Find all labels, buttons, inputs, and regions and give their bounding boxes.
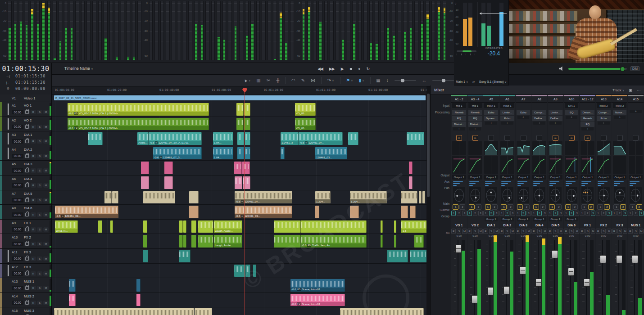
play-button[interactable]: ▶: [341, 67, 344, 71]
audio-clip[interactable]: [189, 206, 199, 218]
audio-clip[interactable]: [179, 220, 183, 233]
audio-clip[interactable]: [409, 176, 413, 189]
fader-handle[interactable]: [616, 255, 622, 263]
timeline-track-row[interactable]: -0.6∞120461_07...1.204...1.204...: [52, 190, 426, 205]
pan-control[interactable]: [566, 187, 578, 203]
main-2-button[interactable]: 2: [604, 204, 610, 210]
channel-id[interactable]: A13: [596, 95, 612, 103]
track-header-video[interactable]: V1Video 1: [0, 94, 51, 102]
audio-clip[interactable]: [409, 162, 413, 174]
track-header-a9[interactable]: A9FX 100.00RSM: [0, 220, 51, 234]
audio-clip[interactable]: -0.6FDScene, Intro-01: [290, 294, 345, 306]
effect-chip[interactable]: Limite...: [549, 110, 562, 115]
monitor-volume-slider[interactable]: [568, 68, 627, 70]
stereo-link-button[interactable]: ∞: [553, 135, 558, 141]
add-effect-button[interactable]: +: [598, 122, 610, 125]
record-button[interactable]: ●: [358, 67, 360, 71]
main-1-button[interactable]: 1: [597, 204, 603, 210]
track-volume-value[interactable]: 00.00: [12, 154, 23, 158]
output-assignment[interactable]: Output 1: [629, 175, 643, 180]
lock-icon[interactable]: [24, 125, 30, 129]
audio-clip[interactable]: [69, 294, 76, 306]
main-2-button[interactable]: 2: [556, 204, 562, 210]
track-volume-value[interactable]: 00.00: [12, 168, 23, 173]
audio-clip[interactable]: [143, 191, 175, 204]
eq-graph[interactable]: [532, 141, 546, 155]
mixer-options-icon[interactable]: ⋯: [637, 88, 640, 92]
audio-clip[interactable]: -0.6∞120461_03...: [235, 206, 292, 218]
submix-3-button[interactable]: 3: [462, 211, 467, 216]
output-assignment[interactable]: Output 1: [532, 175, 546, 180]
track-header-a2[interactable]: A2VO 200.00RSM: [0, 117, 51, 132]
timeline-zoom-slider[interactable]: [395, 80, 416, 81]
audio-clip[interactable]: [237, 132, 244, 145]
timeline-vscrollbar[interactable]: [426, 86, 430, 315]
aux-sends[interactable]: [451, 180, 467, 187]
audio-clip[interactable]: Wind, R...: [55, 220, 78, 233]
submix-2-button[interactable]: 2: [553, 211, 558, 216]
track-volume-value[interactable]: 00.00: [12, 227, 23, 232]
submix-2-button[interactable]: 2: [521, 211, 526, 216]
audio-clip[interactable]: [141, 162, 149, 174]
timeline-track-row[interactable]: Wind, R...Laugh, Audie...-3.6: [52, 220, 426, 234]
flag-tool[interactable]: ⚑∨: [346, 78, 353, 83]
channel-input-slot[interactable]: Input 1: [483, 103, 499, 109]
lock-icon[interactable]: [24, 110, 30, 114]
channel-input-slot[interactable]: Input 2: [612, 103, 628, 109]
eq-graph[interactable]: [500, 141, 514, 155]
audio-clip[interactable]: 120461_03...: [315, 147, 347, 160]
timeline-track-row[interactable]: -0.6FDScene, Intro-01: [52, 278, 426, 293]
audio-clip[interactable]: Laugh, Audie...: [214, 220, 242, 233]
record-arm-button[interactable]: R: [31, 227, 36, 232]
input-assignment[interactable]: Input 2: [613, 103, 627, 108]
effect-chip[interactable]: EQ: [468, 116, 482, 121]
lock-icon[interactable]: [24, 271, 30, 276]
audio-clip[interactable]: [143, 250, 148, 262]
rewind-button[interactable]: ◀◀: [317, 67, 323, 71]
scrollbar-thumb[interactable]: [427, 94, 430, 197]
track-header-a14[interactable]: A14MUS 200.00RSM: [0, 293, 51, 308]
stereo-link-button[interactable]: [536, 135, 542, 141]
record-arm-button[interactable]: R: [31, 154, 36, 158]
solo-button[interactable]: S: [505, 229, 509, 234]
mixer-expand-icon[interactable]: ▣: [629, 88, 632, 92]
dynamics-graph[interactable]: [452, 156, 466, 174]
timeline-name-selector[interactable]: Timeline Name ∨: [64, 66, 93, 71]
mute-button[interactable]: M: [43, 256, 49, 261]
stereo-link-button[interactable]: [601, 135, 607, 141]
eq-graph[interactable]: [597, 141, 611, 155]
audio-clip[interactable]: [243, 176, 250, 189]
track-header-a7[interactable]: A7DIA 500.00RSM: [0, 190, 51, 205]
timeline-track-row[interactable]: [52, 264, 426, 279]
audio-clip[interactable]: [104, 191, 112, 204]
eq-graph[interactable]: [549, 141, 562, 155]
submix-1-button[interactable]: 1: [531, 211, 536, 216]
audio-clip[interactable]: 1.204...: [315, 191, 331, 204]
audio-clip[interactable]: [136, 279, 141, 292]
selection-tool[interactable]: ▲∨: [243, 78, 250, 83]
audio-clip[interactable]: [348, 132, 358, 145]
main-2-button[interactable]: 2: [476, 204, 481, 210]
audio-clip[interactable]: [143, 220, 147, 233]
mute-button[interactable]: M: [43, 154, 49, 158]
audio-clip[interactable]: [245, 265, 250, 277]
effect-chip[interactable]: Limite...: [500, 110, 514, 115]
main-1-button[interactable]: 1: [453, 204, 458, 210]
add-effect-button[interactable]: +: [549, 122, 562, 125]
track-volume-value[interactable]: 00.00: [12, 301, 23, 305]
aux-sends[interactable]: [564, 180, 580, 187]
mute-button[interactable]: M: [43, 110, 49, 114]
volume-knob[interactable]: [620, 67, 625, 72]
audio-clip[interactable]: [69, 279, 76, 292]
main-2-button[interactable]: 2: [620, 204, 626, 210]
audio-clip[interactable]: [387, 250, 408, 262]
track-volume-value[interactable]: 00.00: [12, 183, 23, 188]
fader-handle[interactable]: [600, 255, 606, 263]
effect-chip[interactable]: Reverb: [452, 110, 466, 115]
audio-clip[interactable]: [274, 220, 301, 233]
submix-3-button[interactable]: 3: [591, 211, 595, 216]
audio-clip[interactable]: [414, 235, 424, 248]
output-assignment[interactable]: Output 1: [468, 175, 482, 180]
group-assignment[interactable]: Group 1: [517, 217, 530, 221]
submix-3-button[interactable]: 3: [607, 211, 611, 216]
